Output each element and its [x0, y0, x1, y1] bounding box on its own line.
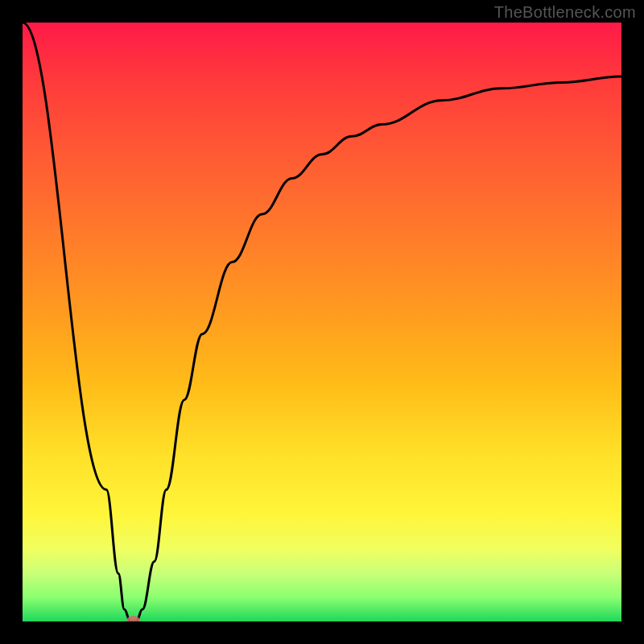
plot-area: [23, 23, 621, 621]
chart-container: TheBottleneck.com: [0, 0, 644, 644]
curve-path: [23, 23, 621, 621]
watermark-text: TheBottleneck.com: [494, 3, 636, 22]
bottleneck-curve: [23, 23, 621, 621]
